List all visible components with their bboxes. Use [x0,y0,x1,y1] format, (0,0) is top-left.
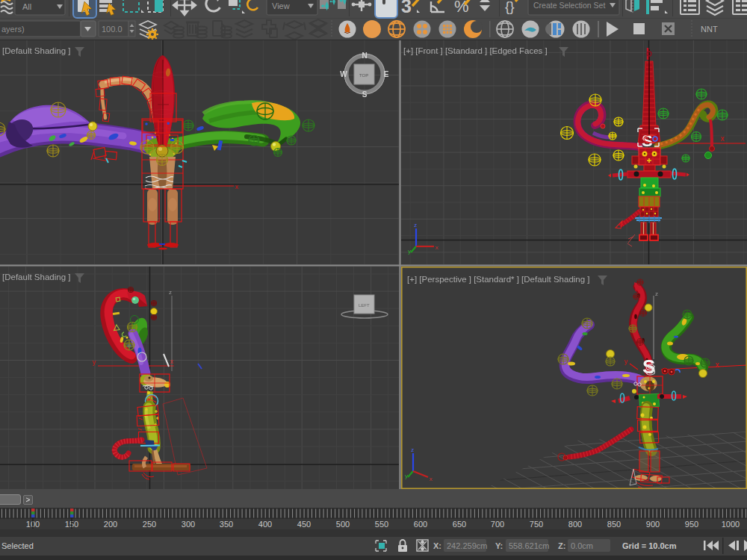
svg-text:y: y [624,358,628,365]
svg-text:W: W [340,70,347,78]
svg-text:450: 450 [297,520,311,529]
svg-text:242.259cm: 242.259cm [447,541,487,550]
svg-text:{}: {} [505,0,515,14]
svg-text:X:: X: [433,541,441,550]
svg-text:Selected: Selected [1,541,34,550]
svg-text:TOP: TOP [359,73,368,78]
svg-text:1000: 1000 [722,520,740,529]
svg-text:x: x [721,134,725,143]
svg-text:Z:: Z: [558,541,565,550]
svg-text:400: 400 [258,520,272,529]
svg-text:x: x [436,244,438,251]
svg-text:[+] [Perspective ] [Standard*: [+] [Perspective ] [Standard* ] [Default… [407,275,590,284]
svg-text:y: y [93,358,96,366]
svg-text:700: 700 [491,520,504,529]
svg-text:All: All [22,2,31,11]
svg-text:850: 850 [607,520,621,529]
svg-text:z: z [655,290,658,297]
svg-text:0.0cm: 0.0cm [571,541,593,550]
svg-text:[Default Shading ]: [Default Shading ] [2,273,70,281]
svg-text:250: 250 [143,520,156,529]
svg-text:x: x [430,476,433,482]
svg-text:x: x [170,358,174,365]
svg-text:S: S [362,90,368,99]
svg-text:S: S [645,361,655,378]
svg-text:300: 300 [182,520,195,529]
svg-text:z: z [411,447,414,453]
svg-text:E: E [384,70,389,78]
svg-text:100.0: 100.0 [102,25,123,34]
svg-text:Grid = 10.0cm: Grid = 10.0cm [622,541,677,550]
svg-text:750: 750 [530,520,543,529]
svg-text:[Default Shading ]: [Default Shading ] [2,46,70,55]
svg-text:z: z [414,222,417,228]
svg-text:200: 200 [104,520,117,529]
svg-text:Y:: Y: [495,541,503,550]
svg-text:y: y [405,473,408,479]
svg-text:800: 800 [568,520,582,529]
svg-text:3: 3 [401,0,412,16]
svg-text:Create Selection Set: Create Selection Set [533,1,605,10]
svg-text:x: x [235,183,239,190]
svg-text:650: 650 [453,520,466,529]
svg-text:950: 950 [685,520,698,529]
svg-text:500: 500 [336,520,350,529]
svg-text:NNT: NNT [701,25,718,34]
svg-text:View: View [272,1,290,10]
svg-text:LEFT: LEFT [359,303,370,308]
svg-text:900: 900 [646,520,660,529]
svg-text:S: S [642,131,653,150]
svg-text:600: 600 [414,520,427,529]
svg-text:350: 350 [220,520,233,529]
svg-text:558.621cm: 558.621cm [509,541,549,550]
svg-text:550: 550 [375,520,388,529]
svg-text:ayers): ayers) [1,25,25,34]
svg-text:y: y [408,248,411,255]
svg-text:[+] [Front ] [Standard ] [Edge: [+] [Front ] [Standard ] [Edged Faces ] [403,46,548,55]
svg-text:N: N [362,52,367,60]
svg-text:x: x [716,361,719,369]
svg-text:z: z [169,289,172,296]
